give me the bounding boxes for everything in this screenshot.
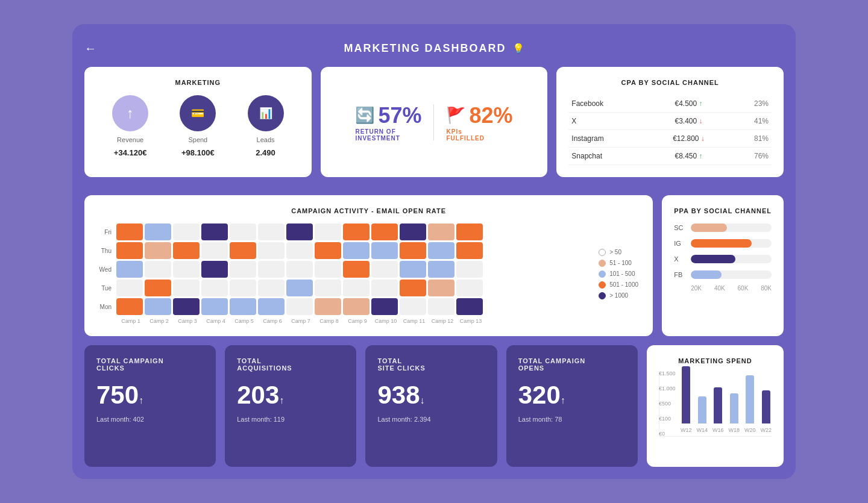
cpa-channel: Snapchat <box>568 148 649 165</box>
heatmap-cell <box>145 280 171 296</box>
back-button[interactable]: ← <box>84 42 96 55</box>
kpis-item: 🚩 82% KPIsFULFILLED <box>446 103 512 142</box>
revenue-value: +34.120€ <box>114 148 147 157</box>
heatmap-col-label: Camp 10 <box>373 318 399 324</box>
heatmap-row-label: Mon <box>96 304 115 310</box>
heatmap-cell <box>315 242 341 259</box>
cpa-value: €4.500 ↑ <box>649 95 729 113</box>
heatmap-cell <box>343 223 370 240</box>
stat-last: Last month: 402 <box>96 416 204 423</box>
ppa-row: SC <box>674 223 772 232</box>
heatmap-cell <box>400 223 426 240</box>
heatmap-cell <box>258 223 285 240</box>
ppa-title: PPA BY SOCIAL CHANNEL <box>674 207 772 214</box>
stat-title: TOTAL CAMPAIGNOPENS <box>518 357 626 372</box>
bar-group: W16 <box>712 387 724 433</box>
stat-card-2: TOTALSITE CLICKS 938↓ Last month: 2.394 <box>365 345 497 467</box>
cpa-table: Facebook €4.500 ↑ 23% X €3.400 ↓ 41% Ins… <box>568 95 772 165</box>
heatmap-cell <box>230 280 256 296</box>
spend-icon: 💳 <box>191 107 204 120</box>
heatmap-cell <box>173 261 200 278</box>
heatmap-cell <box>173 242 200 259</box>
heatmap-cell <box>456 223 483 240</box>
stat-value: 750↑ <box>96 381 204 410</box>
heatmap-cell <box>201 242 228 259</box>
heatmap-cell <box>286 298 313 315</box>
heatmap-cell <box>400 261 426 278</box>
revenue-icon-circle: ↑ <box>112 95 148 131</box>
cpa-title: CPA BY SOCIAL CHANNEL <box>568 79 772 86</box>
y-axis-label: €100 <box>659 416 676 422</box>
cpa-value: €3.400 ↓ <box>649 113 729 130</box>
stat-last: Last month: 78 <box>518 416 626 423</box>
ppa-x-label: 20K <box>691 285 702 292</box>
stat-value: 938↓ <box>377 381 485 410</box>
heatmap-cell <box>286 242 313 259</box>
kpi-divider <box>433 104 434 140</box>
heatmap-cell <box>371 261 398 278</box>
spend-card: MARKETING SPEND €1.500€1.000€500€100€0 W… <box>647 345 784 467</box>
heatmap-col-label: Camp 13 <box>458 318 484 324</box>
heatmap-col-label: Camp 9 <box>344 318 371 324</box>
cpa-channel: Facebook <box>568 95 649 113</box>
heatmap-cell <box>145 298 171 315</box>
bar-rect <box>698 396 706 423</box>
kpis-value-row: 🚩 82% <box>446 103 512 128</box>
header: ← MARKETING DASHBOARD 💡 <box>84 36 784 67</box>
heatmap-cell <box>371 280 398 296</box>
heatmap-rows: FriThuWedTueMon <box>96 223 593 315</box>
ppa-row: X <box>674 255 772 263</box>
heatmap-cell <box>456 280 483 296</box>
ppa-bar-bg <box>691 255 772 263</box>
bar-group: W22 <box>760 390 772 433</box>
ppa-channel-label: FB <box>674 271 686 278</box>
heatmap-cell <box>145 242 171 259</box>
bottom-row: TOTAL CAMPAIGNCLICKS 750↑ Last month: 40… <box>84 345 784 467</box>
heatmap-cell <box>456 261 483 278</box>
heatmap-container: FriThuWedTueMon Camp 1Camp 2Camp 3Camp 4… <box>96 223 641 324</box>
stat-card-1: TOTALACQUISITIONS 203↑ Last month: 119 <box>225 345 356 467</box>
heatmap-cell <box>201 298 228 315</box>
legend-item: 501 - 1000 <box>599 281 641 289</box>
heatmap-row: Wed <box>96 261 593 278</box>
bar-group: W18 <box>728 393 740 433</box>
ppa-row: IG <box>674 239 772 248</box>
roi-value-row: 🔄 57% <box>355 103 421 128</box>
cpa-channel: X <box>568 113 649 130</box>
legend-item: > 1000 <box>599 292 641 299</box>
ppa-bars: SC IG X FB <box>674 223 772 279</box>
heatmap-cell <box>428 261 454 278</box>
ppa-bar-bg <box>691 223 772 232</box>
ppa-bar-fill <box>691 270 722 279</box>
heatmap-legend: > 5051 - 100101 - 500501 - 1000> 1000 <box>599 223 641 324</box>
stat-card-0: TOTAL CAMPAIGNCLICKS 750↑ Last month: 40… <box>84 345 216 467</box>
ppa-x-label: 80K <box>761 285 772 292</box>
heatmap-cell <box>428 242 454 259</box>
stat-last: Last month: 2.394 <box>377 416 485 423</box>
dashboard-title: MARKETING DASHBOARD <box>344 42 506 55</box>
y-axis-label: €0 <box>659 431 676 437</box>
heatmap-cell <box>230 223 256 240</box>
leads-icon-circle: 📊 <box>248 95 284 131</box>
heatmap-cell <box>145 261 171 278</box>
kpis-value: 82% <box>469 103 512 128</box>
bar-rect <box>714 387 722 423</box>
ppa-card: PPA BY SOCIAL CHANNEL SC IG X FB 20K40K6… <box>662 195 784 336</box>
heatmap-col-label: Camp 8 <box>316 318 342 324</box>
ppa-channel-label: X <box>674 255 686 263</box>
heatmap-cell <box>258 298 285 315</box>
cpa-pct: 41% <box>728 113 772 130</box>
stat-trend: ↑ <box>139 395 143 405</box>
heatmap-cell <box>400 298 426 315</box>
ppa-bar-fill <box>691 255 735 263</box>
bar-chart: €1.500€1.000€500€100€0 W12 W14 W16 <box>659 370 772 455</box>
ppa-channel-label: IG <box>674 240 686 247</box>
stat-trend: ↑ <box>561 395 565 405</box>
heatmap-cell <box>400 242 426 259</box>
heatmap-cell <box>145 223 171 240</box>
bar-rect <box>762 390 770 423</box>
y-axis-labels: €1.500€1.000€500€100€0 <box>659 370 676 437</box>
bar-label: W16 <box>712 427 724 433</box>
stat-card-3: TOTAL CAMPAIGNOPENS 320↑ Last month: 78 <box>506 345 638 467</box>
heatmap-cell <box>116 223 143 240</box>
